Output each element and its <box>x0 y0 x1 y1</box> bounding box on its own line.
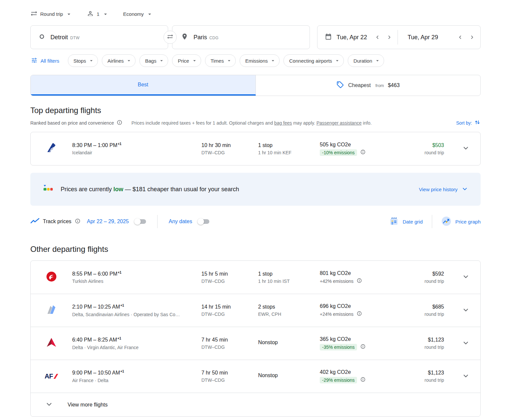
emissions-badge: -35% emissions <box>320 344 357 350</box>
expand-flight-button[interactable] <box>451 372 480 381</box>
flight-carriers: Air France · Delta <box>72 378 201 383</box>
chevron-down-icon <box>462 273 469 282</box>
return-date-input[interactable]: Tue, Apr 29 <box>398 26 481 49</box>
flight-stops-detail: 1 hr 10 min KEF <box>258 150 320 155</box>
filter-chip-connecting-airports[interactable]: Connecting airports <box>283 54 344 67</box>
flight-row-delta-sas[interactable]: 2:10 PM – 10:25 AM+1 Delta, Scandinavian… <box>31 294 480 327</box>
info-icon[interactable] <box>360 344 366 350</box>
chevron-down-icon <box>374 58 380 64</box>
sort-by-button[interactable]: Sort by: <box>456 119 481 127</box>
bag-fees-link[interactable]: bag fees <box>274 120 292 126</box>
flight-route: DTW–CDG <box>201 377 258 383</box>
divider <box>432 215 432 228</box>
info-icon[interactable] <box>75 218 80 225</box>
best-tab-label: Best <box>138 82 148 88</box>
flight-co2: 696 kg CO2e <box>320 303 399 309</box>
delta-logo <box>45 336 58 351</box>
tab-best[interactable]: Best <box>31 75 256 96</box>
flight-route: DTW–CDG <box>201 345 258 350</box>
chevron-down-icon <box>102 11 109 17</box>
return-next-day-button chevron-right-icon[interactable] <box>469 34 475 40</box>
info-icon[interactable] <box>357 278 362 285</box>
passenger-assistance-link[interactable]: Passenger assistance <box>316 120 362 126</box>
air-france-logo: AF <box>45 373 58 380</box>
flight-stops: Nonstop <box>258 340 320 345</box>
return-prev-day-button chevron-left-icon[interactable] <box>457 34 463 40</box>
flight-co2: 505 kg CO2e <box>320 142 399 148</box>
chevron-down-icon <box>462 186 468 193</box>
price-graph-button[interactable]: Price graph <box>441 216 481 227</box>
track-prices-bar: Track prices Apr 22 – 29, 2025 Any dates… <box>30 214 481 229</box>
chip-label: Connecting airports <box>289 58 332 64</box>
flight-duration: 14 hr 15 min <box>201 304 258 310</box>
destination-input[interactable]: ParisCDG <box>172 25 310 49</box>
top-flights-title: Top departing flights <box>30 106 481 115</box>
all-filters-button[interactable]: All filters <box>30 57 64 65</box>
chevron-down-icon <box>192 58 197 64</box>
swap-origin-destination-button[interactable] <box>164 31 177 44</box>
date-grid-icon <box>389 217 399 227</box>
destination-city: Paris <box>194 34 207 41</box>
flight-row-icelandair[interactable]: 8:30 PM – 1:00 PM+1 Icelandair 10 hr 30 … <box>31 132 480 165</box>
flight-price: $592 <box>399 271 444 277</box>
info-icon[interactable] <box>117 120 122 126</box>
view-price-history-button[interactable]: View price history <box>419 186 468 193</box>
view-more-flights-button[interactable]: View more flights <box>31 393 480 416</box>
origin-input[interactable]: DetroitDTW <box>30 25 168 49</box>
price-unit: round trip <box>399 150 444 155</box>
any-dates-toggle[interactable] <box>198 219 209 224</box>
expand-flight-button[interactable] <box>451 273 480 282</box>
tab-cheapest[interactable]: Cheapest from $463 <box>256 75 481 96</box>
expand-flight-button[interactable] <box>451 306 480 315</box>
origin-city: Detroit <box>50 34 68 41</box>
top-flights-subheader: Ranked based on price and convenience Pr… <box>30 119 481 127</box>
chevron-down-icon <box>334 58 340 64</box>
date-grid-button[interactable]: Date grid <box>389 217 423 227</box>
flight-stops-detail: EWR, CPH <box>258 312 320 317</box>
flight-price: $1,123 <box>399 337 444 343</box>
flight-carriers: Delta, Scandinavian Airlines · Operated … <box>72 312 201 317</box>
track-date-range[interactable]: Apr 22 – 29, 2025 <box>87 219 129 225</box>
filter-chip-airlines[interactable]: Airlines <box>102 54 135 67</box>
filter-chip-bags[interactable]: Bags <box>139 54 168 67</box>
price-level-low: low <box>113 186 123 193</box>
all-filters-label: All filters <box>41 58 59 64</box>
flight-row-air-france[interactable]: AF 9:00 PM – 10:50 AM+1 Air France · Del… <box>31 360 480 393</box>
swap-icon <box>167 33 173 41</box>
price-graph-label: Price graph <box>455 219 481 225</box>
filter-sliders-icon <box>31 57 38 65</box>
flight-row-delta[interactable]: 6:40 PM – 8:25 AM+1 Delta · Virgin Atlan… <box>31 327 480 360</box>
flight-row-turkish-airlines[interactable]: 8:55 PM – 6:00 PM+1 Turkish Airlines 15 … <box>31 261 480 294</box>
info-icon[interactable] <box>360 149 366 156</box>
return-date: Tue, Apr 29 <box>408 34 438 41</box>
depart-next-day-button chevron-right-icon[interactable] <box>386 34 392 40</box>
price-tag-icon <box>336 81 344 90</box>
filter-chip-duration[interactable]: Duration <box>348 54 384 67</box>
info-icon[interactable] <box>357 311 362 317</box>
departure-date-input[interactable]: Tue, Apr 22 <box>317 26 398 49</box>
date-grid-label: Date grid <box>403 219 423 225</box>
depart-prev-day-button chevron-left-icon[interactable] <box>374 34 380 40</box>
chevron-down-icon <box>462 339 469 348</box>
expand-flight-button[interactable] <box>451 339 480 348</box>
filter-chip-price[interactable]: Price <box>172 54 201 67</box>
person-icon <box>87 10 94 18</box>
flight-price: $503 <box>399 142 444 148</box>
filter-chip-stops[interactable]: Stops <box>68 54 98 67</box>
flight-stops: Nonstop <box>258 373 320 378</box>
filter-chip-times[interactable]: Times <box>205 54 236 67</box>
info-icon[interactable] <box>360 377 366 383</box>
track-prices-label: Track prices <box>43 219 72 225</box>
track-prices-toggle[interactable] <box>135 219 146 224</box>
cabin-class-dropdown[interactable]: Economy <box>123 11 153 17</box>
price-trend-icon <box>30 218 40 225</box>
trip-type-dropdown[interactable]: Round trip <box>30 10 72 18</box>
filter-chip-emissions[interactable]: Emissions <box>240 54 280 67</box>
passengers-dropdown[interactable]: 1 <box>87 10 108 18</box>
view-price-history-label: View price history <box>419 187 458 192</box>
flight-co2: 402 kg CO2e <box>320 369 399 375</box>
trip-type-label: Round trip <box>40 11 63 17</box>
any-dates-label[interactable]: Any dates <box>169 219 192 225</box>
expand-flight-button[interactable] <box>451 144 480 153</box>
flight-route: DTW–CDG <box>201 279 258 284</box>
